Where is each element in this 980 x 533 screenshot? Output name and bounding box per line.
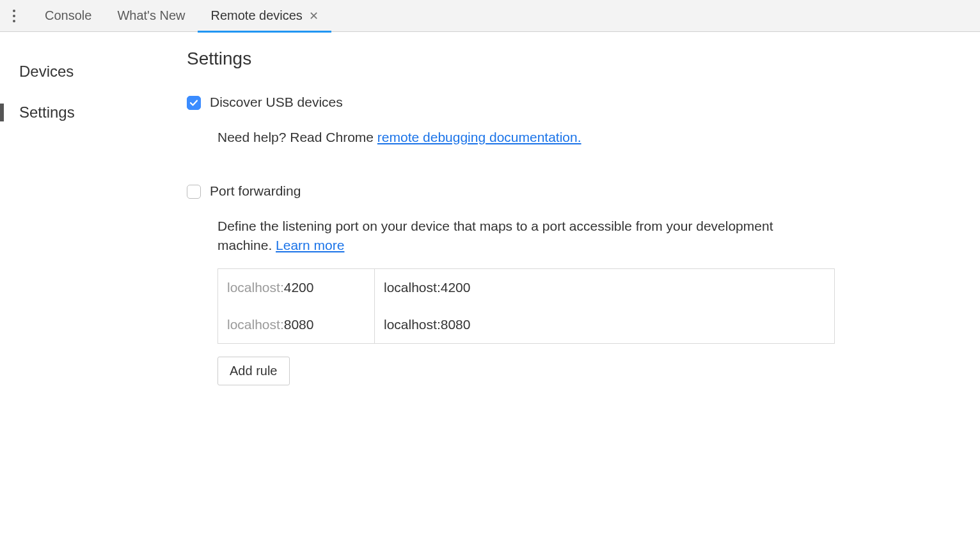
remote-debugging-doc-link[interactable]: remote debugging documentation. xyxy=(377,130,581,144)
help-prefix: Need help? Read Chrome xyxy=(217,130,377,144)
tab-console[interactable]: Console xyxy=(32,0,104,32)
svg-point-0 xyxy=(13,10,15,12)
tab-label: What's New xyxy=(117,8,185,23)
address-value: localhost:8080 xyxy=(384,317,470,332)
check-icon xyxy=(189,98,198,107)
sidebar-item-devices[interactable]: Devices xyxy=(0,51,173,92)
port-forwarding-checkbox[interactable] xyxy=(187,185,201,199)
port-forwarding-label: Port forwarding xyxy=(210,183,301,199)
device-port-cell[interactable]: localhost:8080 xyxy=(218,306,375,343)
tab-label: Console xyxy=(45,8,91,23)
tab-label: Remote devices xyxy=(210,8,302,23)
sidebar-item-label: Devices xyxy=(19,63,74,80)
discover-usb-checkbox[interactable] xyxy=(187,96,201,110)
add-rule-button[interactable]: Add rule xyxy=(217,357,290,385)
close-icon[interactable]: ✕ xyxy=(309,10,319,22)
tab-remote-devices[interactable]: Remote devices ✕ xyxy=(198,0,331,32)
local-address-cell[interactable]: localhost:4200 xyxy=(375,269,834,306)
host-muted: localhost: xyxy=(227,317,284,332)
main-content: Settings Discover USB devices Need help?… xyxy=(173,32,980,533)
port-value: 4200 xyxy=(284,280,314,295)
discover-help-text: Need help? Read Chrome remote debugging … xyxy=(217,128,774,146)
port-value: 8080 xyxy=(284,317,314,332)
learn-more-link[interactable]: Learn more xyxy=(276,238,344,252)
address-value: localhost:4200 xyxy=(384,280,470,295)
device-port-cell[interactable]: localhost:4200 xyxy=(218,269,375,306)
svg-point-1 xyxy=(13,15,15,17)
table-row[interactable]: localhost:8080 localhost:8080 xyxy=(218,306,834,343)
port-forwarding-table: localhost:4200 localhost:4200 localhost:… xyxy=(217,268,835,344)
host-muted: localhost: xyxy=(227,280,284,295)
sidebar: Devices Settings xyxy=(0,32,173,533)
sidebar-item-label: Settings xyxy=(19,104,75,121)
local-address-cell[interactable]: localhost:8080 xyxy=(375,306,834,343)
svg-point-2 xyxy=(13,20,15,22)
port-forwarding-desc: Define the listening port on your device… xyxy=(217,217,774,254)
more-vertical-icon xyxy=(12,9,16,23)
discover-usb-label: Discover USB devices xyxy=(210,95,343,110)
tab-bar: Console What's New Remote devices ✕ xyxy=(0,0,980,32)
tab-whats-new[interactable]: What's New xyxy=(104,0,198,32)
more-menu-button[interactable] xyxy=(5,7,23,25)
sidebar-item-settings[interactable]: Settings xyxy=(0,92,173,133)
table-row[interactable]: localhost:4200 localhost:4200 xyxy=(218,269,834,306)
page-title: Settings xyxy=(187,49,961,69)
